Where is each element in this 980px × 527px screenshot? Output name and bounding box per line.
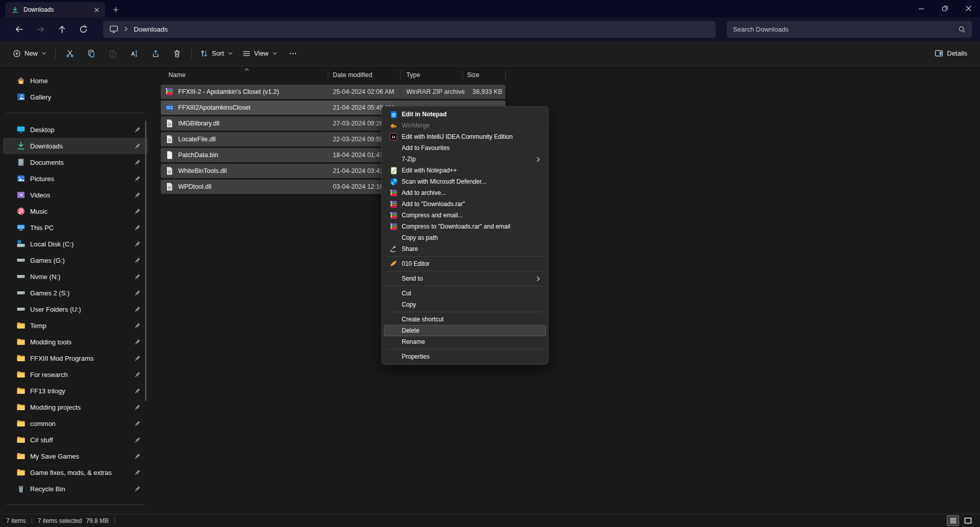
pin-icon: [134, 338, 141, 345]
sidebar-item-nvme-n-[interactable]: Nvme (N:): [3, 268, 148, 285]
up-button[interactable]: [51, 20, 72, 38]
paste-button[interactable]: [102, 44, 124, 63]
sidebar-item-modding-tools[interactable]: Modding tools: [3, 334, 148, 350]
restore-button[interactable]: [933, 0, 957, 17]
menu-item-rename[interactable]: Rename: [384, 336, 546, 347]
menu-item-share[interactable]: Share: [384, 243, 546, 255]
sidebar-item-for-research[interactable]: For research: [3, 366, 148, 383]
menu-item-7-zip[interactable]: 7-Zip: [384, 154, 546, 165]
explorer-tab[interactable]: Downloads: [5, 2, 105, 17]
forward-button[interactable]: [30, 20, 51, 38]
recycle-bin-icon: [16, 484, 26, 493]
sidebar-item-c-stuff[interactable]: C# stuff: [3, 432, 148, 448]
menu-item-copy[interactable]: Copy: [384, 299, 546, 310]
menu-item-edit-in-notepad[interactable]: Edit in Notepad: [384, 109, 546, 120]
column-divider[interactable]: [328, 70, 328, 80]
column-header-name[interactable]: Name: [168, 66, 185, 84]
details-view-button[interactable]: [947, 515, 959, 526]
sidebar-item-label: Modding projects: [30, 404, 81, 411]
sidebar-item-documents[interactable]: Documents: [3, 154, 148, 170]
view-button[interactable]: View: [238, 44, 282, 63]
sidebar-item-local-disk-c-[interactable]: Local Disk (C:): [3, 236, 148, 252]
sort-button[interactable]: Sort: [195, 44, 238, 63]
column-header-size[interactable]: Size: [467, 66, 479, 84]
menu-item-send-to[interactable]: Send to: [384, 273, 546, 284]
menu-item-label: Compress to "Downloads.rar" and email: [402, 223, 510, 230]
downloads-icon: [16, 141, 26, 150]
menu-item-edit-with-intellij-idea-community-edition[interactable]: IJEdit with IntelliJ IDEA Community Edit…: [384, 131, 546, 142]
cut-button[interactable]: [59, 44, 81, 63]
file-row[interactable]: FFXIII-2 - Apotamkin's Closet (v1.2)25-0…: [161, 85, 505, 99]
winrar-icon: [389, 199, 398, 209]
sidebar-item-common[interactable]: common: [3, 415, 148, 432]
details-pane-button[interactable]: Details: [930, 44, 972, 63]
breadcrumb[interactable]: Downloads: [134, 26, 168, 33]
sidebar-item-ff13-trilogy[interactable]: FF13 trilogy: [3, 383, 148, 399]
menu-separator: [387, 286, 543, 286]
sidebar-item-temp[interactable]: Temp: [3, 317, 148, 334]
menu-item-add-to-favourites[interactable]: Add to Favourites: [384, 142, 546, 154]
menu-item-compress-to-downloads-rar-and-email[interactable]: Compress to "Downloads.rar" and email: [384, 221, 546, 232]
column-header-date-modified[interactable]: Date modified: [333, 66, 372, 84]
copy-button[interactable]: [81, 44, 102, 63]
sidebar-item-ffxiii-mod-programs[interactable]: FFXIII Mod Programs: [3, 350, 148, 366]
menu-item-label: Add to "Downloads.rar": [402, 200, 465, 208]
sidebar-item-recycle-bin[interactable]: Recycle Bin: [3, 481, 148, 497]
search-input[interactable]: Search Downloads: [727, 21, 972, 38]
file-name: PatchData.bin: [178, 152, 218, 159]
menu-item-edit-with-notepad[interactable]: Edit with Notepad++: [384, 165, 546, 176]
menu-item-add-to-archive[interactable]: Add to archive...: [384, 187, 546, 198]
menu-item-compress-and-email[interactable]: Compress and email...: [384, 210, 546, 221]
close-button[interactable]: [957, 0, 980, 17]
file-date-modified: 25-04-2024 02:06 AM: [333, 88, 406, 95]
sidebar-item-home[interactable]: Home: [3, 72, 148, 89]
large-icons-view-button[interactable]: [962, 515, 974, 526]
column-divider[interactable]: [400, 70, 401, 80]
menu-item-delete[interactable]: Delete: [384, 325, 546, 336]
file-name: WhiteBinTools.dll: [178, 167, 227, 174]
column-header-type[interactable]: Type: [406, 66, 420, 84]
menu-item-properties[interactable]: Properties: [384, 351, 546, 362]
refresh-button[interactable]: [72, 20, 94, 38]
sidebar-item-this-pc[interactable]: This PC: [3, 219, 148, 236]
menu-item-scan-with-microsoft-defender[interactable]: Scan with Microsoft Defender...: [384, 176, 546, 187]
pin-icon: [134, 453, 141, 460]
file-name: LocateFile.dll: [178, 136, 216, 143]
menu-item-copy-as-path[interactable]: Copy as path: [384, 232, 546, 243]
music-icon: [16, 207, 26, 216]
sidebar-item-pictures[interactable]: Pictures: [3, 170, 148, 187]
menu-item-010-editor[interactable]: 010 Editor: [384, 258, 546, 269]
file-type: WinRAR ZIP archive: [406, 88, 469, 95]
menu-item-add-to-downloads-rar[interactable]: Add to "Downloads.rar": [384, 198, 546, 210]
sidebar-item-desktop[interactable]: Desktop: [3, 121, 148, 138]
new-button[interactable]: New: [8, 44, 52, 63]
menu-item-create-shortcut[interactable]: Create shortcut: [384, 314, 546, 325]
sidebar-item-music[interactable]: Music: [3, 203, 148, 219]
sidebar-item-games-2-s-[interactable]: Games 2 (S:): [3, 285, 148, 301]
details-label: Details: [947, 49, 967, 57]
sidebar-item-games-g-[interactable]: Games (G:): [3, 252, 148, 268]
new-tab-button[interactable]: [110, 4, 121, 15]
sidebar-item-game-fixes-mods-extras[interactable]: Game fixes, mods, & extras: [3, 464, 148, 481]
sidebar-item-user-folders-u-[interactable]: User Folders (U:): [3, 301, 148, 317]
menu-item-winmerge[interactable]: WinMerge: [384, 120, 546, 131]
tab-close-icon[interactable]: [91, 4, 102, 15]
share-button[interactable]: [145, 44, 166, 63]
search-icon[interactable]: [958, 26, 966, 33]
sidebar-item-modding-projects[interactable]: Modding projects: [3, 399, 148, 415]
sidebar-item-downloads[interactable]: Downloads: [3, 138, 148, 154]
rename-button[interactable]: [124, 44, 145, 63]
back-button[interactable]: [8, 20, 30, 38]
column-divider[interactable]: [505, 70, 506, 80]
minimize-button[interactable]: [910, 0, 933, 17]
column-divider[interactable]: [462, 70, 463, 80]
sidebar-item-videos[interactable]: Videos: [3, 187, 148, 203]
sidebar-scrollbar[interactable]: [145, 120, 146, 401]
address-input[interactable]: Downloads: [103, 21, 716, 38]
more-options-button[interactable]: [282, 44, 304, 63]
sidebar-item-gallery[interactable]: Gallery: [3, 89, 148, 105]
menu-item-cut[interactable]: Cut: [384, 288, 546, 299]
delete-button[interactable]: [166, 44, 188, 63]
sidebar-item-my-save-games[interactable]: My Save Games: [3, 448, 148, 464]
menu-item-icon-slot: [389, 326, 398, 335]
